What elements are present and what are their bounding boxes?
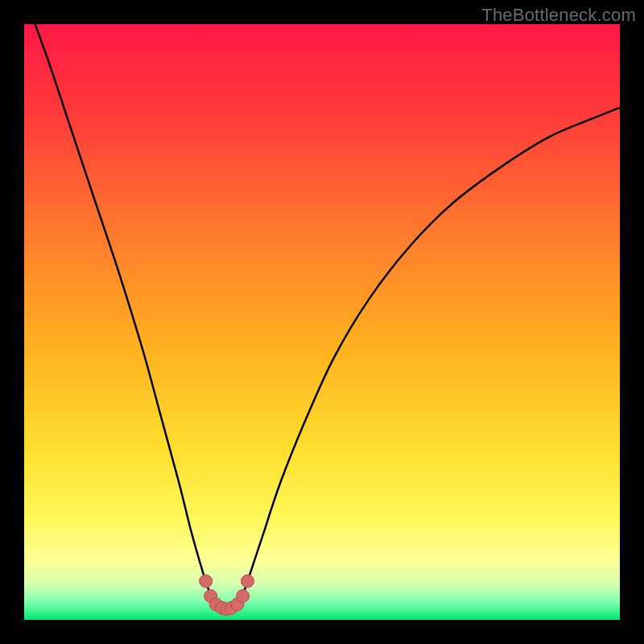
trough-dot bbox=[237, 589, 250, 602]
chart-area bbox=[24, 24, 620, 620]
trough-dot bbox=[242, 575, 254, 588]
watermark-text: TheBottleneck.com bbox=[481, 5, 636, 26]
bottleneck-curve bbox=[24, 24, 620, 620]
trough-dot bbox=[200, 575, 213, 588]
